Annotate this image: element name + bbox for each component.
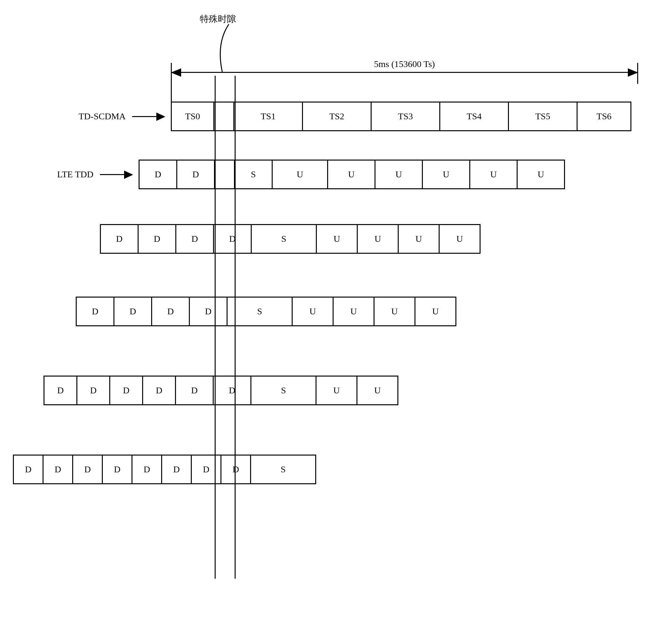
dim-hline <box>171 72 638 73</box>
special-slot-label: 特殊时隙 <box>200 13 236 25</box>
slot-ts6: TS6 <box>577 101 631 131</box>
lte2-c3: D <box>213 224 252 254</box>
lte5-c3: D <box>102 455 133 484</box>
lte3-c0: D <box>76 297 114 326</box>
lte1-c5: U <box>375 160 423 189</box>
row-lte-3: D D D D S U U U U <box>76 297 456 326</box>
lte1-c2: S <box>234 160 273 189</box>
slot-ts3: TS3 <box>370 101 440 131</box>
slot-ts0: TS0 <box>171 101 214 131</box>
row-lte-1: LTE TDD D D S U U U U U U <box>24 160 565 189</box>
cells-lte4: D D D D D D S U U <box>44 376 398 405</box>
lte4-c1: D <box>76 376 110 405</box>
slot-ts2: TS2 <box>302 101 371 131</box>
cells-lte1: D D S U U U U U U <box>139 160 565 189</box>
guide-right <box>235 76 236 579</box>
lte4-c4: D <box>175 376 214 405</box>
lte3-c3: D <box>189 297 227 326</box>
label-ltetdd: LTE TDD <box>24 169 100 180</box>
slot-ts1: TS1 <box>233 101 303 131</box>
cells-lte5: D D D D D D D D S <box>13 455 316 484</box>
lte1-c4: U <box>327 160 376 189</box>
frame-diagram: 特殊时隙 5ms (153600 Ts) TD-SCDMA TS0 TS1 TS… <box>13 13 657 593</box>
row-lte-5: D D D D D D D D S <box>13 455 316 484</box>
lte2-c0: D <box>100 224 139 254</box>
lte5-c5: D <box>161 455 192 484</box>
slot-ts4: TS4 <box>439 101 509 131</box>
lte2-c6: U <box>357 224 399 254</box>
lte5-c1: D <box>43 455 73 484</box>
lte1-c0: D <box>139 160 177 189</box>
row-lte-4: D D D D D D S U U <box>44 376 398 405</box>
dimension-line: 5ms (153600 Ts) <box>171 63 638 82</box>
lte1-c3: U <box>272 160 328 189</box>
lte3-c6: U <box>333 297 375 326</box>
cells-tdscdma: TS0 TS1 TS2 TS3 TS4 TS5 TS6 <box>171 101 631 131</box>
lte1-c1: D <box>176 160 215 189</box>
cells-lte2: D D D D S U U U U <box>100 224 481 254</box>
lte2-c4: S <box>251 224 317 254</box>
lte4-c6: S <box>250 376 316 405</box>
lte1-c8: U <box>517 160 565 189</box>
lte5-c2: D <box>72 455 103 484</box>
arrow-tdscdma <box>132 116 164 117</box>
lte4-c0: D <box>44 376 77 405</box>
dim-label: 5ms (153600 Ts) <box>369 59 440 69</box>
lte2-c1: D <box>138 224 176 254</box>
lte1-c6: U <box>422 160 470 189</box>
lte3-c2: D <box>151 297 190 326</box>
lte4-c7: U <box>315 376 357 405</box>
guide-left <box>215 76 216 579</box>
lte2-c8: U <box>439 224 481 254</box>
dim-arrow-right <box>628 68 638 77</box>
lte3-c7: U <box>374 297 415 326</box>
dim-arrow-left <box>171 68 181 77</box>
lte2-c7: U <box>398 224 440 254</box>
lte3-c8: U <box>414 297 456 326</box>
lte5-c4: D <box>131 455 162 484</box>
lte3-c5: U <box>292 297 334 326</box>
lte4-c3: D <box>142 376 176 405</box>
slot-ts5: TS5 <box>508 101 578 131</box>
slot-special <box>213 101 234 131</box>
lte1-c7: U <box>469 160 518 189</box>
lte3-c1: D <box>114 297 152 326</box>
lte4-c8: U <box>357 376 398 405</box>
lte5-c0: D <box>13 455 44 484</box>
row-tdscdma: TD-SCDMA TS0 TS1 TS2 TS3 TS4 TS5 TS6 <box>56 101 631 131</box>
lte1-gap <box>214 160 235 189</box>
lte2-c5: U <box>316 224 358 254</box>
lte4-c5: D <box>213 376 251 405</box>
lte5-c6: D <box>191 455 221 484</box>
lte5-c7: D <box>220 455 251 484</box>
lte2-c2: D <box>175 224 214 254</box>
lte4-c2: D <box>109 376 143 405</box>
cells-lte3: D D D D S U U U U <box>76 297 456 326</box>
lte3-c4: S <box>226 297 293 326</box>
label-tdscdma: TD-SCDMA <box>56 111 132 121</box>
row-lte-2: D D D D S U U U U <box>100 224 481 254</box>
lte5-c8: S <box>250 455 316 484</box>
arrow-ltetdd <box>100 174 132 175</box>
